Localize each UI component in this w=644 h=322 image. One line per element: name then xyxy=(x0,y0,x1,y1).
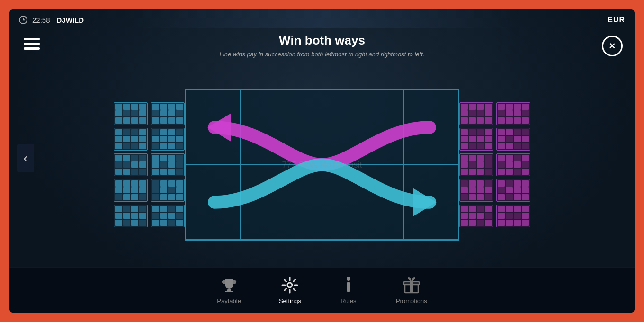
info-icon xyxy=(339,276,358,295)
svg-line-9 xyxy=(285,280,286,282)
game-name: DJWILD xyxy=(57,16,84,24)
back-button[interactable]: ‹ xyxy=(17,144,34,172)
content-area: 777 Slots No Deposit xyxy=(36,64,608,265)
svg-rect-3 xyxy=(225,291,233,292)
page-title: Win both ways xyxy=(9,33,635,48)
menu-line-3 xyxy=(24,47,40,50)
svg-line-10 xyxy=(294,289,295,291)
trophy-icon xyxy=(220,276,239,295)
right-panel-row-1 xyxy=(459,102,530,125)
nav-rules[interactable]: Rules xyxy=(339,276,358,304)
left-panel-row-4 xyxy=(114,179,185,202)
settings-label: Settings xyxy=(279,297,301,304)
right-panel-1 xyxy=(459,102,493,125)
menu-line-1 xyxy=(24,38,40,40)
svg-line-11 xyxy=(294,280,295,282)
right-panel-9 xyxy=(459,205,493,227)
left-panel-9 xyxy=(114,205,148,227)
left-panel-row-1 xyxy=(114,102,185,125)
right-panel-6 xyxy=(496,153,530,176)
left-panel-4 xyxy=(151,128,185,151)
menu-button[interactable] xyxy=(24,38,40,50)
game-frame: 22:58 DJWILD EUR × ‹ Win both ways Line … xyxy=(9,9,635,313)
menu-line-2 xyxy=(24,43,40,45)
paytable-label: Paytable xyxy=(217,297,241,304)
time-display: 22:58 xyxy=(32,16,50,24)
nav-promotions[interactable]: Promotions xyxy=(396,276,427,304)
left-panel-7 xyxy=(114,179,148,202)
gift-icon xyxy=(402,276,421,295)
right-panel-7 xyxy=(459,179,493,202)
nav-settings[interactable]: Settings xyxy=(279,276,301,304)
currency-display: EUR xyxy=(608,16,625,24)
left-panel-row-5 xyxy=(114,205,185,227)
nav-paytable[interactable]: Paytable xyxy=(217,276,241,304)
center-grid: 777 Slots No Deposit xyxy=(185,89,459,241)
left-panel-5 xyxy=(114,153,148,176)
left-panel-row-3 xyxy=(114,153,185,176)
right-panel-5 xyxy=(459,153,493,176)
promotions-label: Promotions xyxy=(396,297,427,304)
header-left: 22:58 DJWILD xyxy=(19,16,84,24)
rules-label: Rules xyxy=(340,297,356,304)
right-panels xyxy=(459,102,530,227)
right-panel-8 xyxy=(496,179,530,202)
page-subtitle: Line wins pay in succession from both le… xyxy=(9,51,635,58)
left-panel-3 xyxy=(114,128,148,151)
left-panel-6 xyxy=(151,153,185,176)
center-grid-cells xyxy=(186,90,458,240)
left-panel-2 xyxy=(151,102,185,125)
clock-icon xyxy=(19,16,27,24)
left-panel-8 xyxy=(151,179,185,202)
svg-point-13 xyxy=(347,277,350,281)
settings-icon xyxy=(280,276,299,295)
left-panel-row-2 xyxy=(114,128,185,151)
left-panel-1 xyxy=(114,102,148,125)
right-panel-2 xyxy=(496,102,530,125)
left-panel-10 xyxy=(151,205,185,227)
close-button[interactable]: × xyxy=(602,36,623,56)
right-panel-row-5 xyxy=(459,205,530,227)
svg-line-12 xyxy=(285,289,286,291)
right-panel-row-4 xyxy=(459,179,530,202)
svg-rect-17 xyxy=(410,282,413,293)
title-area: Win both ways Line wins pay in successio… xyxy=(9,33,635,58)
right-panel-4 xyxy=(496,128,530,151)
right-panel-row-2 xyxy=(459,128,530,151)
svg-point-4 xyxy=(287,283,292,287)
right-panel-3 xyxy=(459,128,493,151)
right-panel-10 xyxy=(496,205,530,227)
svg-rect-14 xyxy=(347,282,350,292)
left-panels xyxy=(114,102,185,227)
right-panel-row-3 xyxy=(459,153,530,176)
header: 22:58 DJWILD EUR xyxy=(9,9,635,30)
bottom-nav: Paytable Setti xyxy=(9,267,635,313)
